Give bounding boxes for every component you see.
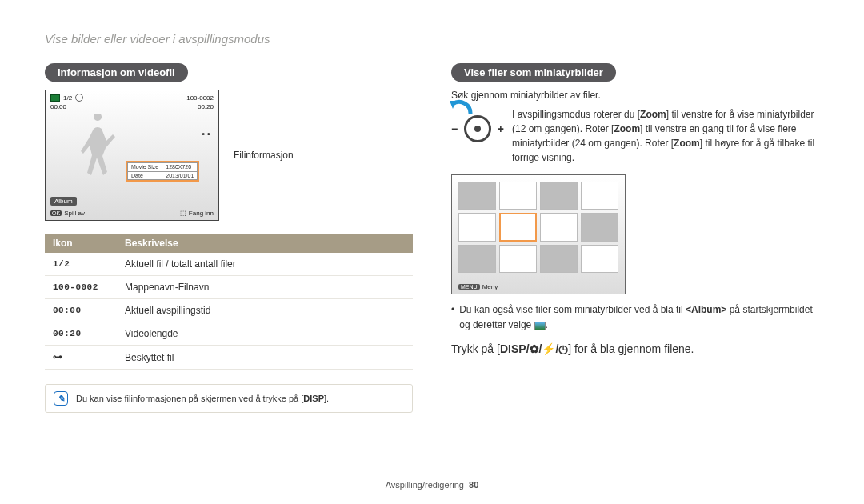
circle-icon xyxy=(75,94,83,102)
silhouette-icon xyxy=(78,114,118,186)
thumb-cell xyxy=(581,213,618,241)
movie-icon xyxy=(50,94,60,102)
file-info-overlay: Movie Size1280X720 Date2013/01/01 xyxy=(126,161,199,182)
thumb-cell xyxy=(581,245,618,273)
macro-icon: ✿ xyxy=(530,342,539,355)
video-preview: 1/2 100-0002 00:00 00:20 ⊶ xyxy=(45,90,219,221)
menu-label: Meny xyxy=(482,283,498,290)
th-desc: Beskrivelse xyxy=(117,234,413,253)
capture-label: Fang inn xyxy=(189,210,214,217)
thumb-cell-selected xyxy=(499,213,537,241)
folder-file-label: 100-0002 xyxy=(186,94,214,102)
table-row: 100-0002Mappenavn-Filnavn xyxy=(45,276,413,299)
file-info-caption: Filinformasjon xyxy=(234,150,294,161)
menu-chip: MENU xyxy=(458,284,480,290)
subheading: Søk gjennom miniatyrbilder av filer. xyxy=(451,90,819,101)
thumb-cell xyxy=(581,182,618,210)
left-heading-pill: Informasjon om videofil xyxy=(45,63,188,82)
breadcrumb: Vise bilder eller videoer i avspillingsm… xyxy=(45,32,819,46)
left-column: Informasjon om videofil 1/2 100-0002 00:… xyxy=(45,63,413,413)
lock-icon: ⊶ xyxy=(53,352,63,363)
thumb-cell xyxy=(458,213,496,241)
thumb-cell xyxy=(458,245,496,273)
flash-icon: ⚡ xyxy=(542,342,555,355)
right-column: Vise filer som miniatyrbilder Søk gjenno… xyxy=(451,63,819,413)
timer-icon: ◷ xyxy=(558,342,568,355)
capture-icon: ⬚ xyxy=(180,210,186,217)
thumb-cell xyxy=(540,245,578,273)
note-box: ✎ Du kan vise filinformasjonen på skjerm… xyxy=(45,384,413,413)
table-row: 00:20Videolengde xyxy=(45,322,413,346)
bullet-tip: • Du kan også vise filer som miniatyrbil… xyxy=(451,302,819,333)
lock-icon: ⊶ xyxy=(202,129,210,139)
time-total: 00:20 xyxy=(198,103,214,110)
right-heading-pill: Vise filer som miniatyrbilder xyxy=(451,63,616,82)
page-footer: Avspilling/redigering 80 xyxy=(0,480,864,490)
play-label: Spill av xyxy=(64,210,85,217)
table-row: 1/2Aktuell fil / totalt antall filer xyxy=(45,253,413,276)
navigation-instruction: Trykk på [DISP/✿/⚡/◷] for å bla gjennom … xyxy=(451,342,819,355)
table-row: ⊶Beskyttet fil xyxy=(45,346,413,370)
thumb-cell xyxy=(458,182,496,210)
zoom-dial-icon: − + xyxy=(451,107,504,150)
table-row: 00:00Aktuell avspillingstid xyxy=(45,299,413,322)
note-icon: ✎ xyxy=(54,391,68,406)
file-counter: 1/2 xyxy=(63,94,72,102)
zoom-instructions: I avspillingsmodus roterer du [Zoom] til… xyxy=(512,107,819,165)
disp-button-label: DISP xyxy=(500,342,526,355)
thumb-cell xyxy=(540,213,578,241)
th-icon: Ikon xyxy=(45,234,117,253)
thumb-cell xyxy=(540,182,578,210)
thumb-cell xyxy=(499,245,537,273)
thumb-cell xyxy=(499,182,537,210)
time-current: 00:00 xyxy=(50,103,66,110)
album-button[interactable]: Album xyxy=(50,197,77,206)
icon-description-table: Ikon Beskrivelse 1/2Aktuell fil / totalt… xyxy=(45,234,413,370)
thumbnail-mode-icon xyxy=(534,322,546,330)
note-text: Du kan vise filinformasjonen på skjermen… xyxy=(76,394,329,403)
ok-chip: OK xyxy=(50,210,62,216)
minus-icon: − xyxy=(451,122,458,135)
thumbnail-preview: MENU Meny xyxy=(451,174,626,294)
plus-icon: + xyxy=(498,122,504,135)
